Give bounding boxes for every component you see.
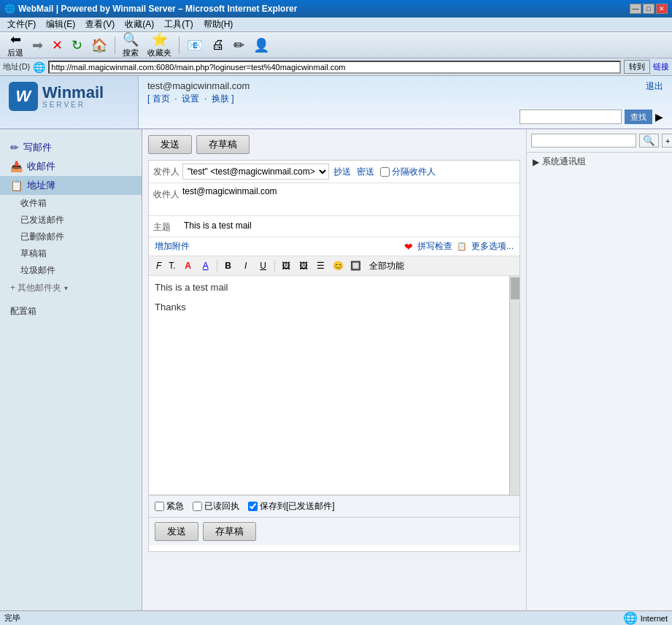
italic-btn[interactable]: I <box>238 258 254 273</box>
other-folders-arrow: ▾ <box>64 284 68 292</box>
forward-btn[interactable]: ➡ <box>29 36 46 55</box>
window-controls[interactable]: — □ ✕ <box>630 4 668 14</box>
read-receipt-checkbox[interactable] <box>193 502 202 511</box>
rp-add-btn[interactable]: + <box>662 134 672 147</box>
draft-button-bottom[interactable]: 存草稿 <box>203 522 256 541</box>
status-text: 完毕 <box>4 613 20 624</box>
save-sent-checkbox[interactable] <box>248 502 258 511</box>
highlight-btn[interactable]: A <box>198 258 214 273</box>
draft-button-top[interactable]: 存草稿 <box>196 135 250 154</box>
sidebar-item-compose[interactable]: ✏ 写邮件 <box>0 138 142 157</box>
star-icon: ⭐ <box>152 31 168 47</box>
from-field-group: "test" <test@magicwinmail.com> 抄送 密送 分隔收… <box>182 164 515 180</box>
home-icon: 🏠 <box>91 37 107 53</box>
titlebar-title: WebMail | Powered by Winmail Server – Mi… <box>18 4 297 14</box>
rp-system-group[interactable]: ▶ 系统通讯组 <box>527 153 672 171</box>
addressbook-icon: 📋 <box>10 180 23 191</box>
folder-deleted[interactable]: 已删除邮件 <box>0 229 142 245</box>
format-sep2 <box>274 260 275 272</box>
search-btn[interactable]: 🔍 搜索 <box>120 30 142 60</box>
right-panel: 🔍 + ▶ 系统通讯组 <box>526 129 672 610</box>
logo-section: W Winmail SERVER <box>0 76 139 129</box>
font-family-btn[interactable]: F <box>153 258 164 273</box>
menubar: 文件(F) 编辑(E) 查看(V) 收藏(A) 工具(T) 帮助(H) <box>0 18 672 32</box>
menu-edit[interactable]: 编辑(E) <box>42 18 80 31</box>
menu-help[interactable]: 帮助(H) <box>199 18 238 31</box>
to-row: 收件人 test@magicwinmail.com <box>149 183 520 216</box>
separate-checkbox[interactable] <box>380 167 390 177</box>
header-search-input[interactable] <box>520 110 622 124</box>
menu-view[interactable]: 查看(V) <box>81 18 119 31</box>
rp-search-row: 🔍 + <box>527 129 672 153</box>
cc-link[interactable]: 抄送 <box>333 166 351 178</box>
urgent-option[interactable]: 紧急 <box>155 500 184 513</box>
image-btn[interactable]: 🖼 <box>278 258 294 273</box>
refresh-btn[interactable]: ↻ <box>69 36 85 55</box>
rp-search-btn[interactable]: 🔍 <box>639 134 659 147</box>
read-receipt-option[interactable]: 已读回执 <box>193 500 239 513</box>
rp-search-input[interactable] <box>531 134 636 147</box>
print-btn[interactable]: 🖨 <box>209 36 228 54</box>
font-size-btn[interactable]: T. <box>166 258 178 273</box>
subject-input[interactable] <box>182 219 515 232</box>
folder-sent[interactable]: 已发送邮件 <box>0 212 142 229</box>
minimize-btn[interactable]: — <box>630 4 641 14</box>
compose-body[interactable]: This is a test mail Thanks <box>149 276 509 495</box>
header-search-button[interactable]: 查找 <box>625 110 652 124</box>
more-options-link[interactable]: 更多选项... <box>471 240 514 253</box>
body-scrollbar[interactable] <box>509 276 520 495</box>
maximize-btn[interactable]: □ <box>643 4 654 14</box>
save-sent-option[interactable]: 保存到[已发送邮件] <box>248 500 335 513</box>
nav-theme[interactable]: 换肤 <box>212 93 229 104</box>
favorites-btn[interactable]: ⭐ 收藏夹 <box>144 30 174 60</box>
spell-check-link[interactable]: 拼写检查 <box>417 240 452 253</box>
send-button-top[interactable]: 发送 <box>148 135 192 154</box>
table-btn[interactable]: ☰ <box>313 258 329 273</box>
stop-btn[interactable]: ✕ <box>49 36 66 55</box>
font-color-btn[interactable]: A <box>180 258 196 273</box>
config-box[interactable]: 配置箱 <box>0 303 142 320</box>
links-label[interactable]: 链接 <box>653 61 669 72</box>
nav-home[interactable]: 首页 <box>152 93 170 104</box>
edit-btn[interactable]: ✏ <box>231 36 247 55</box>
stop-icon: ✕ <box>52 37 63 53</box>
close-btn[interactable]: ✕ <box>656 4 668 14</box>
separate-label[interactable]: 分隔收件人 <box>380 166 436 178</box>
folder-inbox[interactable]: 收件箱 <box>0 195 142 212</box>
bcc-link[interactable]: 密送 <box>357 166 374 178</box>
folder-list: 收件箱 已发送邮件 已删除邮件 草稿箱 垃圾邮件 <box>0 195 142 279</box>
body-line1: This is a test mail <box>155 282 503 293</box>
folder-drafts[interactable]: 草稿箱 <box>0 245 142 262</box>
other-folders-label: + 其他邮件夹 <box>10 282 61 294</box>
logout-link[interactable]: 退出 <box>646 80 663 93</box>
all-functions-btn[interactable]: 全部功能 <box>366 258 408 273</box>
attachment-link[interactable]: 增加附件 <box>155 240 190 253</box>
go-button[interactable]: 转到 <box>624 60 650 74</box>
to-input[interactable]: test@magicwinmail.com <box>182 186 515 212</box>
emoji-btn[interactable]: 😊 <box>331 258 347 273</box>
scroll-thumb <box>511 277 520 299</box>
body-container: ✏ 写邮件 📥 收邮件 📋 地址簿 收件箱 已发送邮件 已删除邮件 <box>0 129 672 610</box>
other-folders-section[interactable]: + 其他邮件夹 ▾ <box>0 279 142 297</box>
sidebar-item-addressbook[interactable]: 📋 地址簿 <box>0 176 142 195</box>
bold-btn[interactable]: B <box>220 258 236 273</box>
urgent-checkbox[interactable] <box>155 502 164 511</box>
image2-btn[interactable]: 🖼 <box>296 258 312 273</box>
from-row: 发件人 "test" <test@magicwinmail.com> 抄送 密送… <box>149 161 520 183</box>
nav-settings[interactable]: 设置 <box>182 93 199 104</box>
from-select[interactable]: "test" <test@magicwinmail.com> <box>182 164 329 180</box>
messenger-btn[interactable]: 👤 <box>250 36 272 55</box>
home-btn[interactable]: 🏠 <box>88 36 110 55</box>
from-label: 发件人 <box>153 164 182 178</box>
sidebar-item-receive[interactable]: 📥 收邮件 <box>0 157 142 176</box>
underline-btn[interactable]: U <box>255 258 271 273</box>
spell-icon: ❤ <box>404 241 413 253</box>
back-btn[interactable]: ⬅ 后退 <box>4 30 26 60</box>
folder-spam[interactable]: 垃圾邮件 <box>0 262 142 279</box>
address-input[interactable] <box>48 61 621 74</box>
search-icon: 🔍 <box>123 31 139 47</box>
mail-btn[interactable]: 📧 <box>184 36 206 55</box>
special-btn[interactable]: 🔲 <box>348 258 364 273</box>
send-button-bottom[interactable]: 发送 <box>155 522 198 541</box>
header-search-expand[interactable]: ▶ <box>655 111 663 123</box>
